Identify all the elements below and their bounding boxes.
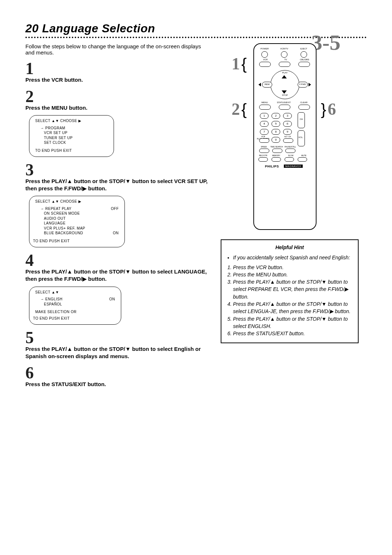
right-column: 3-5 1 { 2 { } 6 POWER VCR/TV EJECT [221,43,359,392]
osd3-foot1: MAKE SELECTION OR [35,309,115,315]
vol-rocker[interactable] [298,130,305,146]
status-exit-button[interactable] [279,105,290,110]
pausestill-button[interactable] [285,149,295,153]
lbl-menu: MENU [259,101,270,104]
osd2-v6: ON [113,231,119,236]
eject-button[interactable] [301,51,307,58]
rew-button[interactable]: REW [262,82,272,88]
num-5[interactable]: 5 [271,121,280,127]
brand-philips: PHILIPS [265,165,279,168]
callout-2-brace-icon: { [241,101,247,117]
recotr-button[interactable] [258,157,268,162]
num-2[interactable]: 2 [271,113,280,119]
callout-1-brace-icon: { [241,56,247,72]
page-title-text: Language Selection [42,22,155,35]
step-1-number: 1 [25,62,211,76]
intro: Follow the steps below to change the lan… [25,43,207,56]
tv-button[interactable] [279,62,290,67]
hint-lead: If you accidentally select Spanish and n… [233,254,353,261]
slow-button[interactable] [285,157,294,162]
osd2-foot: TO END PUSH EXIT [33,239,119,244]
lbl-slow: SLOW [285,154,296,157]
altch-button[interactable] [283,138,293,143]
callout-1-num: 1 [232,54,240,73]
osd3-foot2: TO END PUSH EXIT [33,316,115,321]
step-5-number: 5 [25,331,211,345]
osd3-i1: → ENGLISH [40,297,62,302]
step-6-text: Press the STATUS/EXIT button. [25,381,211,388]
lbl-eject: EJECT [298,48,309,50]
lbl-power: POWER [259,48,270,50]
hint-5: Press the PLAY/▲ button or the STOP/▼ bu… [233,315,353,330]
step-5-text: Press the PLAY/▲ button or the STOP/▼ bu… [25,345,211,360]
vcr-button[interactable] [259,62,271,67]
hint-3: Press the PLAY/▲ button or the STOP/▼ bu… [233,278,353,300]
osd2-i1: → REPEAT PLAY [40,206,72,211]
lbl-recotr: REC/OTR [258,154,269,157]
mute-button[interactable] [298,157,307,162]
step-2-text: Press the MENU button. [25,104,211,112]
num-9[interactable]: 9 [283,129,292,135]
osd2-i4: LANGUAGE [44,221,119,226]
lbl-mute: MUTE [298,154,309,157]
num-4[interactable]: 4 [260,121,269,127]
ffwd-right-icon [309,83,311,86]
step-6-number: 6 [25,366,211,380]
lbl-altch: ALT. CH. [282,135,293,138]
osd1-i3: TUNER SET UP [44,135,108,141]
callout-2-num: 2 [232,100,240,119]
lbl-play: PLAY [279,72,290,74]
osd2-i2: ON SCREEN MODE [44,211,119,216]
osd2-head: SELECT ▲▼ CHOOSE ▶ [35,199,119,204]
stop-down-icon[interactable] [282,90,287,94]
osd1-i4: SET CLOCK [44,140,108,145]
osd2-i5: VCR PLUS+ REF. MAP [44,226,119,231]
num-3[interactable]: 3 [283,113,292,119]
lbl-timesearch: TIME SEARCH [270,146,283,148]
lbl-speed: SPEED [258,146,269,148]
num-0[interactable]: 0 [271,137,280,143]
osd1-head: SELECT ▲▼ CHOOSE ▶ [35,118,108,123]
osd3-i2: ESPAÑOL [44,302,115,307]
clear-button[interactable] [298,105,310,110]
ffwd-button[interactable]: F.FWD [298,82,308,88]
osd-menu-3: SELECT ▲▼ → ENGLISHON ESPAÑOL MAKE SELEC… [29,287,121,325]
brand-magnavox: MAGNAVOX [284,165,303,168]
callout-1: 1 { [232,54,247,73]
cbldbs-button[interactable] [298,62,310,67]
speed-button[interactable] [259,149,269,153]
num-7[interactable]: 7 [260,129,269,135]
lbl-vcr: VCR [260,58,271,61]
vcrtv-button[interactable] [281,51,287,58]
lbl-pausestill: PAUSE/STILL [284,146,297,148]
memory-button[interactable] [271,157,281,162]
callout-6-num: 6 [328,100,336,119]
osd2-i3: AUDIO OUT [44,216,119,221]
step-3-number: 3 [25,163,211,177]
osd1-i2: VCR SET UP [44,130,108,135]
lbl-vcrtv: VCR/TV [279,48,290,50]
step-2-number: 2 [25,90,211,104]
num-8[interactable]: 8 [271,129,280,135]
callout-2: 2 { [232,100,247,119]
power-button[interactable] [261,51,268,58]
hint-6: Press the STATUS/EXIT button. [233,330,353,337]
step-4-text: Press the PLAY/▲ button or the STOP/▼ bu… [25,268,211,283]
step-3-text: Press the PLAY/▲ button or the STOP/▼ bu… [25,178,211,193]
num-1[interactable]: 1 [260,113,269,119]
timesearch-button[interactable] [272,149,282,153]
osd2-i6: BLUE BACKGROUND [44,231,83,236]
play-up-icon[interactable] [282,75,287,78]
hint-1: Press the VCR button. [233,264,353,271]
lbl-memory: MEMORY [271,154,282,157]
menu-button[interactable] [259,105,271,110]
ch-rocker[interactable] [298,112,305,128]
num-6[interactable]: 6 [283,121,292,127]
vcrplus-enter-button[interactable] [259,138,269,143]
callout-6-brace-icon: } [321,101,326,117]
lbl-stop: STOP [279,94,290,96]
osd-menu-2: SELECT ▲▼ CHOOSE ▶ → REPEAT PLAYOFF ON S… [29,196,125,247]
lbl-vol: VOL [295,136,306,138]
page-number: 20 [25,22,39,35]
helpful-hint: Helpful Hint If you accidentally select … [221,239,359,343]
